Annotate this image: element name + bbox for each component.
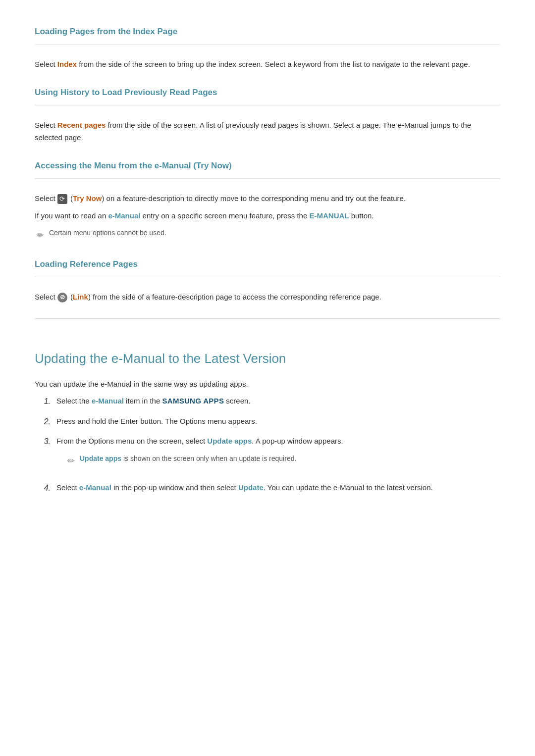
paragraph-loading-index: Select Index from the side of the screen…: [35, 58, 500, 71]
divider-accessing-menu: [35, 178, 500, 179]
step4-emanual-link[interactable]: e-Manual: [79, 483, 111, 492]
try-now-link[interactable]: Try Now: [73, 194, 102, 202]
step-number-1: 1.: [40, 395, 51, 408]
step1-samsung-apps-link[interactable]: SAMSUNG APPS: [162, 397, 224, 405]
sub-note-text: Update apps is shown on the screen only …: [80, 454, 296, 464]
step3-update-apps-link[interactable]: Update apps: [207, 437, 252, 445]
section-title-using-history: Using History to Load Previously Read Pa…: [35, 86, 500, 99]
list-item: 2. Press and hold the Enter button. The …: [40, 415, 500, 428]
recent-pages-link[interactable]: Recent pages: [57, 121, 106, 129]
step-content-1: Select the e-Manual item in the SAMSUNG …: [56, 395, 500, 407]
paragraph-loading-reference: Select ⊘ (Link) from the side of a featu…: [35, 291, 500, 303]
section-title-loading-index: Loading Pages from the Index Page: [35, 25, 500, 38]
paragraph-using-history: Select Recent pages from the side of the…: [35, 119, 500, 144]
step1-emanual-link[interactable]: e-Manual: [92, 397, 124, 405]
step-content-3: From the Options menu on the screen, sel…: [56, 435, 500, 474]
link-reference-link[interactable]: Link: [73, 293, 88, 301]
step-content-4: Select e-Manual in the pop-up window and…: [56, 482, 500, 494]
note-menu-options: ✏ Certain menu options cannot be used.: [35, 228, 500, 243]
list-item: 4. Select e-Manual in the pop-up window …: [40, 482, 500, 495]
update-steps-list: 1. Select the e-Manual item in the SAMSU…: [35, 395, 500, 495]
link-icon: ⊘: [57, 293, 67, 302]
sub-note-update-apps: ✏ Update apps is shown on the screen onl…: [67, 452, 500, 471]
paragraph-emanual: If you want to read an e-Manual entry on…: [35, 210, 500, 222]
try-now-icon: [57, 194, 67, 204]
note-text-menu-options: Certain menu options cannot be used.: [49, 228, 166, 238]
sub-note-icon: ✏: [67, 454, 75, 469]
emanual-button-link[interactable]: E-MANUAL: [309, 211, 349, 220]
section-accessing-menu: Accessing the Menu from the e-Manual (Tr…: [35, 159, 500, 243]
section-using-history: Using History to Load Previously Read Pa…: [35, 86, 500, 144]
step4-update-link[interactable]: Update: [238, 483, 264, 492]
section-loading-index: Loading Pages from the Index Page Select…: [35, 25, 500, 71]
divider-loading-index: [35, 44, 500, 45]
link-icon-symbol: ⊘: [60, 293, 65, 302]
section-title-updating-emanual: Updating the e-Manual to the Latest Vers…: [35, 339, 500, 369]
step-number-3: 3.: [40, 435, 51, 448]
list-item: 1. Select the e-Manual item in the SAMSU…: [40, 395, 500, 408]
note-icon: ✏: [37, 228, 44, 243]
sub-note-update-apps-link[interactable]: Update apps: [80, 454, 121, 462]
section-loading-reference: Loading Reference Pages Select ⊘ (Link) …: [35, 257, 500, 303]
divider-using-history: [35, 105, 500, 105]
paragraph-updating-intro: You can update the e-Manual in the same …: [35, 378, 500, 391]
section-title-accessing-menu: Accessing the Menu from the e-Manual (Tr…: [35, 159, 500, 172]
paragraph-try-now: Select (Try Now) on a feature-descriptio…: [35, 193, 500, 205]
step-number-2: 2.: [40, 415, 51, 428]
divider-loading-reference: [35, 277, 500, 277]
index-link[interactable]: Index: [57, 60, 77, 68]
section-title-loading-reference: Loading Reference Pages: [35, 257, 500, 271]
step-number-4: 4.: [40, 482, 51, 495]
step-content-2: Press and hold the Enter button. The Opt…: [56, 415, 500, 428]
page-content: Loading Pages from the Index Page Select…: [35, 25, 500, 495]
list-item: 3. From the Options menu on the screen, …: [40, 435, 500, 474]
section-updating-emanual: Updating the e-Manual to the Latest Vers…: [35, 318, 500, 495]
emanual-link[interactable]: e-Manual: [108, 211, 140, 220]
